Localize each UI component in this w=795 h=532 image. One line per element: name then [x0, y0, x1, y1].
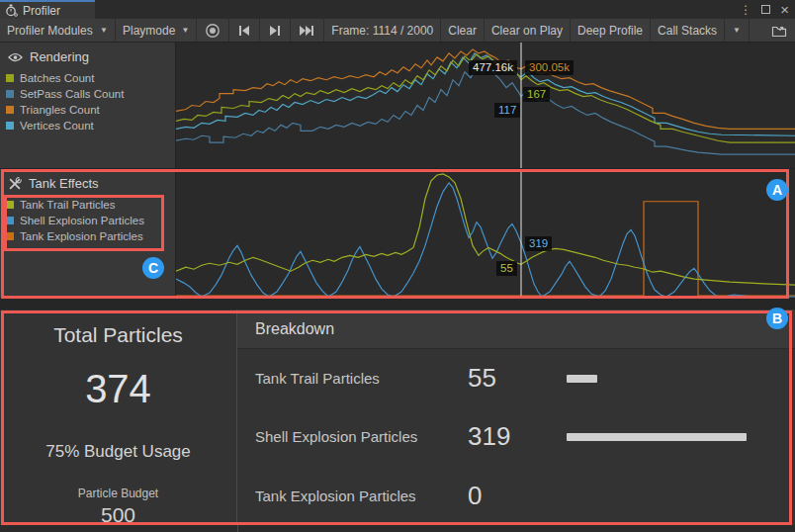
step-forward-icon — [268, 25, 282, 37]
panel-divider — [237, 525, 238, 532]
legend-label: Tank Trail Particles — [20, 199, 116, 211]
breakdown-row: Tank Trail Particles 55 — [237, 349, 795, 407]
legend-item-setpass[interactable]: SetPass Calls Count — [6, 86, 175, 102]
chevron-down-icon: ▼ — [100, 26, 108, 35]
open-file-icon — [771, 24, 787, 38]
legend-swatch — [6, 201, 14, 209]
tab-label: Profiler — [23, 4, 60, 18]
breakdown-panel: Breakdown Tank Trail Particles 55 Shell … — [237, 310, 795, 525]
deep-profile-button[interactable]: Deep Profile — [571, 19, 651, 42]
titlebar-actions: ⋮ × — [740, 2, 789, 17]
breakdown-row-label: Tank Trail Particles — [255, 370, 468, 387]
clear-button[interactable]: Clear — [441, 19, 485, 42]
frame-counter: Frame: 1114 / 2000 — [324, 19, 441, 42]
annotation-badge-b: B — [766, 308, 788, 329]
profiler-modules-dropdown[interactable]: Profiler Modules ▼ — [0, 19, 116, 42]
particle-budget-value: 500 — [101, 503, 135, 527]
titlebar: Profiler ⋮ × — [0, 0, 795, 19]
profiler-window: Profiler ⋮ × Profiler Modules ▼ Playmode… — [0, 0, 795, 532]
playmode-dropdown[interactable]: Playmode ▼ — [116, 19, 197, 42]
particle-detail-panel: Total Particles 374 75% Budget Usage Par… — [0, 310, 795, 525]
value-callout: 319 — [525, 236, 552, 251]
legend-label: Vertices Count — [20, 120, 94, 132]
breakdown-row: Shell Explosion Particles 319 — [237, 407, 795, 466]
rendering-module-header[interactable]: Rendering — [6, 46, 175, 70]
last-frame-button[interactable] — [291, 19, 324, 42]
legend-label: Tank Explosion Particles — [20, 230, 143, 242]
tank-effects-module-row: Tank Effects Tank Trail Particles Shell … — [0, 169, 795, 299]
skip-forward-icon — [299, 25, 315, 37]
toolbar: Profiler Modules ▼ Playmode ▼ — [0, 19, 795, 43]
toolbar-spacer — [750, 19, 763, 42]
record-icon — [205, 23, 221, 39]
breakdown-row-bar — [567, 433, 747, 441]
legend-label: Triangles Count — [20, 104, 100, 116]
annotation-badge-c: C — [142, 257, 164, 279]
breakdown-row-label: Tank Explosion Particles — [255, 488, 468, 504]
playmode-label: Playmode — [123, 24, 175, 38]
call-stacks-dropdown[interactable]: ▼ — [725, 19, 750, 42]
module-title: Rendering — [30, 49, 89, 64]
close-icon[interactable]: × — [780, 4, 789, 16]
value-callout: 477.16k — [469, 60, 517, 75]
total-particles-title: Total Particles — [53, 323, 183, 347]
module-title: Tank Effects — [29, 176, 99, 191]
total-particles-panel: Total Particles 374 75% Budget Usage Par… — [0, 310, 237, 525]
total-particles-value: 374 — [85, 367, 151, 411]
rendering-module-icon — [8, 51, 23, 63]
stopwatch-icon — [5, 4, 18, 17]
legend-label: Shell Explosion Particles — [20, 215, 144, 226]
legend-swatch — [6, 232, 14, 240]
value-callout: 300.05k — [525, 60, 574, 75]
breakdown-title: Breakdown — [237, 310, 795, 349]
tank-effects-module-header[interactable]: Tank Effects — [6, 173, 175, 197]
chevron-down-icon: ▼ — [733, 26, 741, 35]
maximize-icon[interactable] — [761, 5, 770, 14]
value-callout: 167 — [523, 87, 550, 102]
legend-item-shell-explosion[interactable]: Shell Explosion Particles — [6, 213, 175, 228]
legend-swatch — [6, 74, 14, 82]
next-frame-button[interactable] — [260, 19, 291, 42]
tank-effects-chart[interactable]: 319 55 — [176, 169, 795, 299]
breakdown-row-bar — [567, 375, 597, 383]
call-stacks-button[interactable]: Call Stacks — [651, 19, 725, 42]
record-button[interactable] — [197, 19, 229, 42]
tank-effects-chart-canvas — [176, 169, 795, 298]
bottom-strip — [0, 525, 795, 532]
load-profile-button[interactable] — [763, 19, 795, 42]
row-gap — [0, 299, 795, 310]
breakdown-row: Tank Explosion Particles 0 — [237, 467, 795, 525]
legend-item-tank-trail[interactable]: Tank Trail Particles — [6, 197, 175, 213]
rendering-module-row: Rendering Batches Count SetPass Calls Co… — [0, 43, 795, 169]
legend-label: SetPass Calls Count — [20, 88, 124, 100]
tools-icon — [8, 177, 22, 191]
annotation-badge-a: A — [766, 179, 788, 201]
legend-item-batches[interactable]: Batches Count — [6, 70, 175, 86]
legend-item-tank-explosion[interactable]: Tank Explosion Particles — [6, 228, 175, 244]
legend-swatch — [6, 217, 14, 224]
breakdown-row-value: 319 — [468, 421, 567, 452]
breakdown-row-value: 0 — [468, 481, 567, 511]
profiler-modules-label: Profiler Modules — [7, 24, 93, 38]
tank-effects-sidebar: Tank Effects Tank Trail Particles Shell … — [0, 169, 176, 299]
value-callout: 117 — [494, 103, 520, 118]
skip-back-icon — [237, 25, 251, 37]
window-menu-icon[interactable]: ⋮ — [740, 4, 751, 16]
clear-on-play-button[interactable]: Clear on Play — [485, 19, 571, 42]
particle-budget-label: Particle Budget — [78, 487, 158, 500]
legend-item-vertices[interactable]: Vertices Count — [6, 118, 175, 133]
breakdown-row-label: Shell Explosion Particles — [255, 428, 468, 445]
legend-label: Batches Count — [20, 72, 94, 84]
legend-swatch — [6, 122, 14, 130]
tab-profiler[interactable]: Profiler — [0, 0, 95, 19]
legend-swatch — [6, 90, 14, 98]
first-frame-button[interactable] — [229, 19, 260, 42]
rendering-sidebar: Rendering Batches Count SetPass Calls Co… — [0, 43, 176, 169]
legend-swatch — [6, 106, 14, 114]
breakdown-row-value: 55 — [468, 363, 567, 394]
value-callout: 55 — [496, 261, 517, 276]
rendering-chart[interactable]: 477.16k 300.05k 167 117 — [176, 43, 795, 169]
budget-usage-label: 75% Budget Usage — [45, 442, 191, 462]
legend-item-triangles[interactable]: Triangles Count — [6, 102, 175, 118]
chevron-down-icon: ▼ — [181, 26, 189, 35]
